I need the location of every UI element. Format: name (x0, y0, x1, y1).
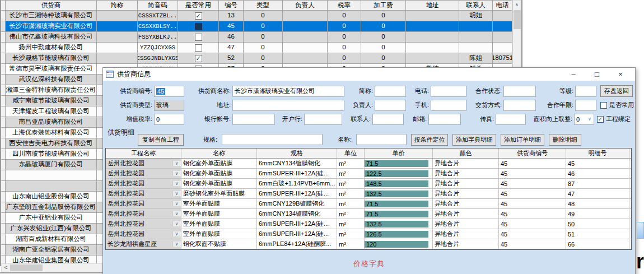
locate-by-condition-button[interactable]: 按条件定位 (411, 134, 448, 146)
detail-price-cell: 71.5 (365, 199, 433, 208)
project-name-combo[interactable]: 长沙龙湖祺鑫星座∨ (106, 239, 181, 249)
save-return-button[interactable]: 存盘返回 (600, 85, 633, 97)
fax-input[interactable] (496, 114, 526, 125)
price-value: 122.5 (365, 170, 428, 177)
add-dict-detail-button[interactable]: 添加字典明细 (452, 134, 496, 146)
project-name-value: 岳州北控花园 (106, 179, 172, 188)
supplier-row[interactable]: 长沙市三湘特种玻璃有限公司CSSSXTZBL..✓13000胡姐 (1, 11, 512, 21)
project-name-combo[interactable]: 岳州北控花园∨ (106, 229, 181, 239)
suppliers-horizontal-scrollbar[interactable]: < (1, 263, 102, 272)
vat-rate-input[interactable]: 0 (154, 114, 184, 125)
common-use-grid-checkbox[interactable] (195, 44, 202, 52)
supplier-name-cell: 广东中亚铝业有限公司 (6, 213, 97, 223)
common-use-grid-checkbox[interactable]: ✓ (195, 55, 202, 62)
delivery-method-input[interactable] (503, 100, 536, 111)
contact-input[interactable] (372, 114, 404, 125)
supplier-name-input[interactable]: 长沙市潇湘玻璃实业有限公司 (232, 86, 344, 97)
manager-cell (283, 32, 328, 42)
processing-fee-cell: 0 (361, 32, 406, 42)
coop-years-input[interactable] (575, 100, 596, 111)
detail-column-header: 单位 (337, 148, 365, 158)
bank-branch-input[interactable] (304, 114, 342, 125)
detail-column-header: 名称 (181, 148, 257, 158)
type-cell: 0 (244, 43, 283, 53)
area-roundup-select[interactable]: 0 ∨ (574, 114, 594, 125)
common-use-grid-checkbox[interactable] (195, 34, 202, 41)
vertical-scrollbar-thumb[interactable] (514, 10, 521, 29)
type-cell: 0 (244, 21, 283, 31)
detail-row[interactable]: 长沙龙湖祺鑫星座∨钢化双面不贴膜6mmPLE84+12A(硅酮胶...m²120… (106, 239, 631, 249)
grade-input[interactable] (575, 86, 596, 97)
close-icon[interactable]: × (609, 68, 632, 81)
price-dictionary-text: 价格字典 (103, 259, 635, 269)
supplier-row[interactable]: 长沙市潇湘玻璃实业有限公司CSSXXBLSY..45000 (1, 21, 512, 32)
detail-unit-cell: m² (337, 199, 365, 208)
row-header-cell (1, 1, 6, 10)
combo-arrow-icon: ∨ (172, 181, 181, 186)
maximize-icon[interactable]: □ (585, 68, 609, 81)
add-order-detail-button[interactable]: 添加订单明细 (501, 134, 544, 146)
supplier-row[interactable]: 长沙晟格节能玻璃有限公司CSSGJNBLYXGS✓52000陈姐180751 (1, 53, 512, 64)
project-name-combo[interactable]: 岳州北控花园∨ (106, 209, 181, 219)
combo-arrow-icon: ∨ (172, 171, 181, 176)
bank-account-input[interactable] (232, 114, 275, 125)
project-name-combo[interactable]: 岳州北控花园∨ (106, 179, 181, 188)
supplier-row[interactable]: 扬州中勤建材有限公司YZZQJCYXGS47000 (1, 43, 512, 53)
detail-row[interactable]: 岳州北控花园∨钢化室外单面贴膜6mmSUPER-III+12A(硅...m²12… (106, 169, 631, 179)
common-use-cell (178, 43, 219, 53)
scroll-up-icon[interactable]: ∧ (513, 1, 521, 10)
detail-spec-cell: 6mm白玻+1.14PVB+6mm... (257, 179, 337, 188)
dialog-titlebar[interactable]: 供货商信息 – □ × (103, 68, 635, 81)
supplier-name-cell: 天津耀皮工程玻璃有限公司 (6, 106, 97, 117)
detail-row[interactable]: 岳州北控花园∨室外单面贴膜6mmCNY134镀膜钢化m²71.5异地合片4549 (106, 209, 631, 219)
detail-row[interactable]: 岳州北控花园∨室外单面贴膜6mmSUPER-III+12A(硅...m²126.… (106, 229, 631, 239)
common-use-grid-checkbox[interactable] (195, 23, 202, 30)
project-name-combo[interactable]: 岳州北控花园∨ (106, 199, 181, 208)
address-input[interactable] (232, 100, 344, 111)
supplier-row[interactable]: 佛山市亿鑫玻璃科技有限公司FSSYXBLKJ..46000 (1, 32, 512, 43)
supplier-type-label: 供货商类型: (105, 101, 152, 109)
delete-detail-button[interactable]: 删除明细 (549, 134, 581, 146)
detail-number-cell: 87 (566, 179, 629, 188)
combo-arrow-icon: ∨ (172, 211, 181, 216)
price-value: 132.5 (365, 191, 428, 197)
manager-input[interactable] (375, 100, 406, 111)
project-name-combo[interactable]: 岳州北控花园∨ (106, 219, 181, 229)
phone-input[interactable] (431, 86, 466, 97)
detail-column-header: 颜色 (433, 148, 499, 158)
scroll-left-icon[interactable]: < (2, 264, 10, 272)
project-bind-checkbox[interactable]: ✓ 工程绑定 (597, 115, 631, 123)
detail-row[interactable]: 岳州北控花园∨钢化室外单面贴膜6mmCNY134镀膜钢化m²71.5异地合片45… (106, 159, 631, 169)
detail-column-header: 供货商编号 (499, 148, 566, 158)
spec-filter-input[interactable] (222, 134, 323, 145)
detail-row[interactable]: 岳州北控花园∨室外单面贴膜6mmSUPER-III+12A(硅...m²132.… (106, 219, 631, 229)
minimize-icon[interactable]: – (562, 68, 585, 81)
coop-status-input[interactable] (503, 86, 536, 97)
email-input[interactable] (428, 114, 461, 125)
common-use-grid-checkbox[interactable]: ✓ (195, 12, 202, 20)
detail-row[interactable]: 岳州北控花园∨室外单面贴膜6mmCNY129B镀膜钢化m²71.5异地合片454… (106, 199, 631, 209)
field-row-1: 供货商编号: 45 供货商名称: 长沙市潇湘玻璃实业有限公司 简称: 电话: 合… (105, 85, 634, 97)
project-name-combo[interactable]: 岳州北控花园∨ (106, 169, 181, 178)
detail-price-cell: 71.5 (365, 209, 433, 219)
short-name-cell (97, 53, 138, 63)
name-filter-input[interactable] (356, 134, 407, 145)
checkbox-checked-icon: ✓ (597, 116, 604, 123)
supplier-type-input[interactable]: 玻璃 (154, 100, 184, 111)
form-icon (106, 71, 114, 78)
short-name-input[interactable] (375, 86, 406, 97)
supplier-name-cell: 长沙市潇湘玻璃实业有限公司 (6, 21, 97, 31)
coop-years-label: 合作年限: (538, 101, 573, 109)
contact-cell: 胡姐 (459, 11, 493, 21)
supplier-id-input[interactable]: 45 (154, 86, 184, 97)
supplier-name-cell: 常德市昊宇玻璃有限责任公司 (6, 64, 97, 74)
horizontal-scrollbar-thumb[interactable] (10, 264, 43, 271)
detail-row[interactable]: 岳州北控花园∨钢化室外单面贴膜6mm白玻+1.14PVB+6mm...m²148… (106, 179, 631, 189)
detail-row[interactable]: 岳州北控花园∨磨砂钢化室外单面贴膜6mmSUPER-III+12A(硅...m²… (106, 189, 631, 199)
common-use-checkbox[interactable]: 是否常用 (600, 101, 634, 109)
project-name-combo[interactable]: 岳州北控花园∨ (106, 159, 181, 168)
mobile-input[interactable] (431, 100, 466, 111)
copy-current-project-button[interactable]: 复制当前工程 (138, 134, 184, 146)
phone-label: 电话: (408, 87, 429, 95)
project-name-combo[interactable]: 岳州北控花园∨ (106, 189, 181, 198)
